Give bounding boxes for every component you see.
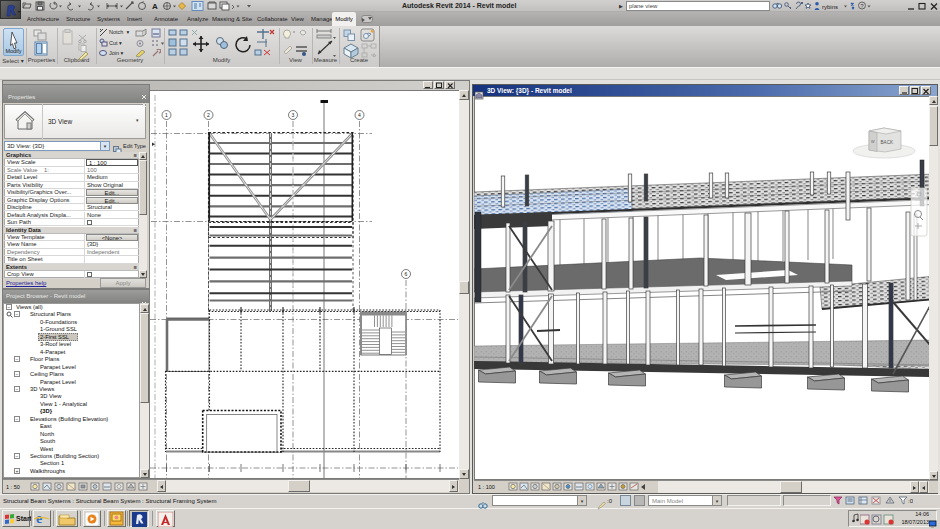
svg-text:1: 1: [165, 112, 168, 118]
svg-text::0: :0: [908, 498, 913, 504]
svg-text:BACK: BACK: [881, 140, 894, 145]
svg-text:W: W: [871, 140, 875, 144]
svg-text:6: 6: [405, 271, 408, 277]
svg-text:rybins: rybins: [822, 4, 838, 10]
svg-text:2: 2: [207, 112, 210, 118]
svg-text:?: ?: [861, 3, 864, 9]
svg-text:A: A: [152, 2, 158, 11]
svg-text:3: 3: [292, 112, 295, 118]
svg-text:4: 4: [358, 112, 361, 118]
